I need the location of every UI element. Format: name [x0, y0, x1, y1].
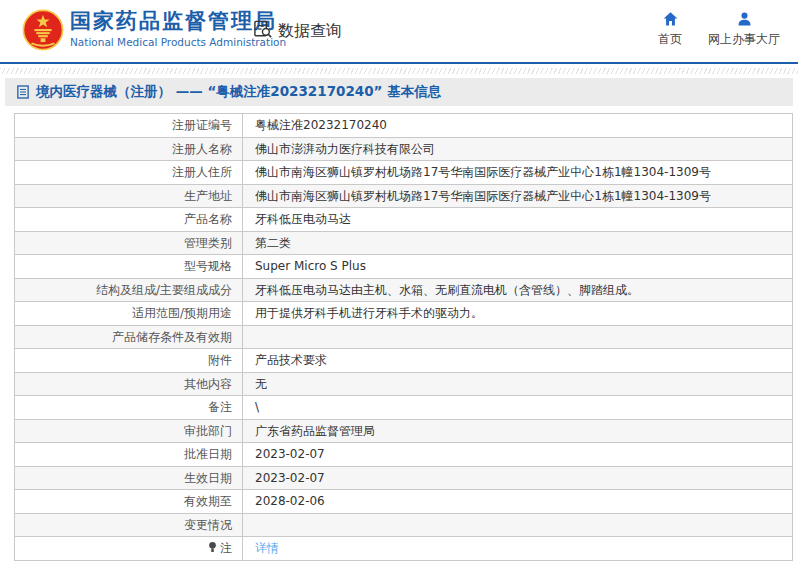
table-row: 注册人住所佛山市南海区狮山镇罗村机场路17号华南国际医疗器械产业中心1栋1幢13… [15, 161, 793, 185]
page-icon [17, 85, 29, 99]
top-nav: 首页 网上办事大厅 [658, 11, 780, 48]
field-value: 粤械注准20232170240 [243, 114, 793, 138]
table-row: 其他内容无 [15, 372, 793, 396]
hatch-band [0, 68, 798, 74]
field-label: 其他内容 [15, 372, 243, 396]
field-label: 审批部门 [15, 419, 243, 443]
field-value [243, 513, 793, 537]
breadcrumb: 境内医疗器械（注册） —— “粤械注准20232170240” 基本信息 [5, 78, 793, 106]
field-value: 详情 [243, 537, 793, 561]
field-value: 广东省药品监督管理局 [243, 419, 793, 443]
table-row: 结构及组成/主要组成成分牙科低压电动马达由主机、水箱、无刷直流电机（含管线）、脚… [15, 278, 793, 302]
field-label: 生效日期 [15, 466, 243, 490]
field-value: 无 [243, 372, 793, 396]
field-label: 适用范围/预期用途 [15, 302, 243, 326]
field-value: 佛山市南海区狮山镇罗村机场路17号华南国际医疗器械产业中心1栋1幢1304-13… [243, 161, 793, 185]
table-row: 生产地址佛山市南海区狮山镇罗村机场路17号华南国际医疗器械产业中心1栋1幢130… [15, 184, 793, 208]
nav-home[interactable]: 首页 [658, 11, 682, 48]
table-row: 注册证编号粤械注准20232170240 [15, 114, 793, 138]
field-value: 2023-02-07 [243, 466, 793, 490]
field-value: 用于提供牙科手机进行牙科手术的驱动力。 [243, 302, 793, 326]
field-value: 佛山市南海区狮山镇罗村机场路17号华南国际医疗器械产业中心1栋1幢1304-13… [243, 184, 793, 208]
field-label: 型号规格 [15, 255, 243, 279]
table-row: 有效期至2028-02-06 [15, 490, 793, 514]
table-row: 适用范围/预期用途用于提供牙科手机进行牙科手术的驱动力。 [15, 302, 793, 326]
nav-service-hall-label: 网上办事大厅 [708, 31, 780, 48]
table-row: 产品储存条件及有效期 [15, 325, 793, 349]
home-icon [662, 11, 679, 27]
field-label: 产品名称 [15, 208, 243, 232]
field-label: 管理类别 [15, 231, 243, 255]
field-label: 附件 [15, 349, 243, 373]
table-row: 注册人名称佛山市澎湃动力医疗科技有限公司 [15, 137, 793, 161]
table-row: 型号规格Super Micro S Plus [15, 255, 793, 279]
table-row: 生效日期2023-02-07 [15, 466, 793, 490]
field-value: 第二类 [243, 231, 793, 255]
site-header: 国家药品监督管理局 National Medical Products Admi… [0, 0, 798, 62]
data-query-label: 数据查询 [278, 21, 342, 42]
note-pin-icon [208, 541, 217, 553]
field-label: 产品储存条件及有效期 [15, 325, 243, 349]
table-row: 批准日期2023-02-07 [15, 443, 793, 467]
field-label: 注 [15, 537, 243, 561]
table-row: 审批部门广东省药品监督管理局 [15, 419, 793, 443]
header-divider [0, 62, 798, 64]
field-label: 变更情况 [15, 513, 243, 537]
detail-table: 注册证编号粤械注准20232170240注册人名称佛山市澎湃动力医疗科技有限公司… [14, 113, 793, 561]
data-query-tab[interactable]: 数据查询 [253, 19, 342, 43]
table-row: 注详情 [15, 537, 793, 561]
table-row: 备注\ [15, 396, 793, 420]
page-title: 境内医疗器械（注册） —— “粤械注准20232170240” 基本信息 [36, 83, 441, 101]
field-label: 备注 [15, 396, 243, 420]
field-value: \ [243, 396, 793, 420]
data-query-icon [253, 19, 273, 43]
field-value: Super Micro S Plus [243, 255, 793, 279]
field-value: 佛山市澎湃动力医疗科技有限公司 [243, 137, 793, 161]
field-value: 产品技术要求 [243, 349, 793, 373]
field-label: 生产地址 [15, 184, 243, 208]
field-label: 注册证编号 [15, 114, 243, 138]
table-row: 管理类别第二类 [15, 231, 793, 255]
field-value: 2028-02-06 [243, 490, 793, 514]
field-value: 2023-02-07 [243, 443, 793, 467]
field-value [243, 325, 793, 349]
nav-home-label: 首页 [658, 31, 682, 48]
field-label: 注册人名称 [15, 137, 243, 161]
field-label: 有效期至 [15, 490, 243, 514]
table-row: 产品名称牙科低压电动马达 [15, 208, 793, 232]
field-value: 牙科低压电动马达由主机、水箱、无刷直流电机（含管线）、脚踏组成。 [243, 278, 793, 302]
field-label: 注册人住所 [15, 161, 243, 185]
field-value: 牙科低压电动马达 [243, 208, 793, 232]
nav-service-hall[interactable]: 网上办事大厅 [708, 11, 780, 48]
national-emblem-icon [22, 8, 64, 52]
detail-link[interactable]: 详情 [255, 541, 279, 555]
table-row: 附件产品技术要求 [15, 349, 793, 373]
field-label: 批准日期 [15, 443, 243, 467]
field-label: 结构及组成/主要组成成分 [15, 278, 243, 302]
user-icon [736, 11, 753, 27]
table-row: 变更情况 [15, 513, 793, 537]
